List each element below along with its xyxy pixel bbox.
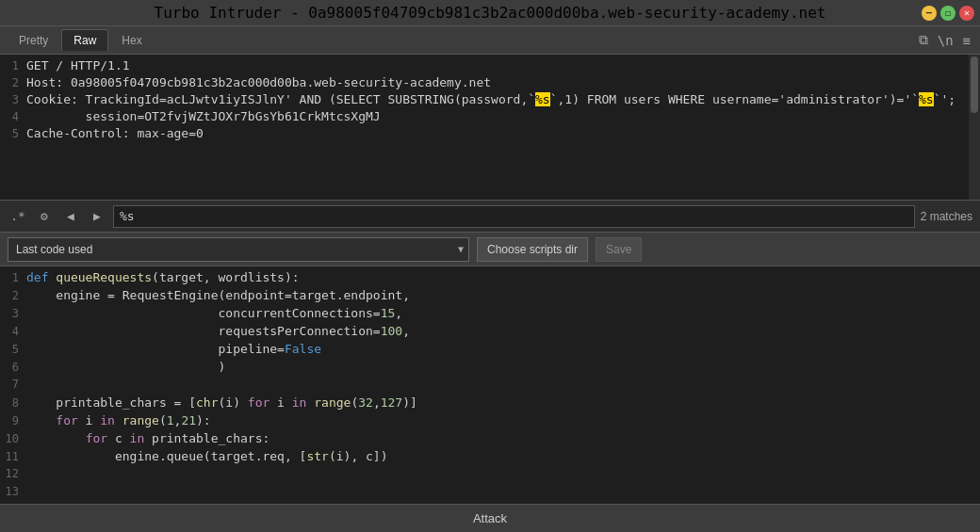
line-number: 5 [0, 127, 26, 140]
code-line: 2 engine = RequestEngine(endpoint=target… [0, 288, 980, 306]
line-content: Cookie: TrackingId=acLJwtv1iyISJlnY' AND… [26, 92, 956, 106]
code-content: 1def queueRequests(target, wordlists):2 … [0, 266, 980, 504]
line-number: 11 [0, 450, 26, 463]
code-line-content: ) [26, 360, 225, 374]
tab-icons: ⧉ \n ≡ [917, 30, 972, 50]
window-controls: – ◻ ✕ [922, 6, 974, 21]
code-line-content: pipeline=False [26, 342, 321, 356]
line-content: Cache-Control: max-age=0 [26, 126, 204, 140]
code-editor[interactable]: 1def queueRequests(target, wordlists):2 … [0, 266, 980, 504]
request-lines: 1GET / HTTP/1.12Host: 0a98005f04709cb981… [0, 55, 980, 147]
code-line: 8 printable_chars = [chr(i) for i in ran… [0, 395, 980, 413]
code-line: 13 [0, 485, 980, 503]
code-line: 11 engine.queue(target.req, [str(i), c]) [0, 449, 980, 467]
line-number: 1 [0, 59, 26, 73]
code-line-content: engine.queue(target.req, [str(i), c]) [26, 449, 388, 463]
minimize-button[interactable]: – [922, 6, 937, 21]
search-next-button[interactable]: ▶ [87, 206, 107, 227]
code-line: 9 for i in range(1,21): [0, 413, 980, 431]
code-line-content: engine = RequestEngine(endpoint=target.e… [26, 288, 410, 302]
code-line: 7 [0, 378, 980, 395]
line-number: 8 [0, 396, 26, 410]
copy-icon[interactable]: ⧉ [917, 30, 930, 50]
search-prev-button[interactable]: ◀ [60, 206, 81, 227]
line-number: 5 [0, 343, 26, 356]
tab-bar: Pretty Raw Hex ⧉ \n ≡ [0, 26, 980, 55]
script-select-wrapper: Last code used ▼ [8, 237, 469, 262]
request-line: 1GET / HTTP/1.1 [0, 58, 980, 75]
menu-icon[interactable]: ≡ [961, 31, 972, 50]
code-line-content: printable_chars = [chr(i) for i in range… [26, 395, 417, 410]
search-settings-icon[interactable]: ⚙ [34, 206, 55, 227]
line-number: 2 [0, 289, 26, 302]
request-panel: 1GET / HTTP/1.12Host: 0a98005f04709cb981… [0, 55, 980, 201]
matches-count: 2 matches [921, 210, 972, 223]
line-content: session=OT2fvjWZtJOXr7bGsYb61CrkMtcsXgMJ [26, 109, 381, 123]
code-line: 6 ) [0, 360, 980, 378]
tab-hex[interactable]: Hex [110, 30, 153, 51]
line-number: 10 [0, 432, 26, 445]
scrollbar-thumb [971, 56, 978, 113]
line-number: 6 [0, 361, 26, 374]
tab-pretty[interactable]: Pretty [8, 30, 59, 51]
line-number: 4 [0, 325, 26, 338]
request-line: 2Host: 0a98005f04709cb981c3b2ac000d00ba.… [0, 75, 980, 92]
line-number: 1 [0, 271, 26, 284]
choose-scripts-button[interactable]: Choose scripts dir [477, 237, 588, 262]
attack-bar[interactable]: Attack [0, 504, 980, 532]
line-number: 7 [0, 378, 26, 391]
line-number: 2 [0, 76, 26, 89]
code-line-content: for i in range(1,21): [26, 413, 211, 427]
search-bar: .* ⚙ ◀ ▶ 2 matches [0, 201, 980, 233]
code-line-content: for c in printable_chars: [26, 431, 270, 445]
script-toolbar: Last code used ▼ Choose scripts dir Save [0, 233, 980, 266]
code-line-content: def queueRequests(target, wordlists): [26, 270, 300, 284]
code-line-content: concurrentConnections=15, [26, 306, 402, 320]
code-line: 3 concurrentConnections=15, [0, 306, 980, 324]
request-scrollbar[interactable] [969, 55, 980, 200]
code-line: 12 [0, 467, 980, 485]
code-line: 5 pipeline=False [0, 342, 980, 360]
code-line-content: requestsPerConnection=100, [26, 324, 410, 338]
code-line: 1def queueRequests(target, wordlists): [0, 270, 980, 288]
line-number: 13 [0, 485, 26, 498]
close-button[interactable]: ✕ [959, 6, 974, 21]
line-number: 3 [0, 93, 26, 106]
tab-raw[interactable]: Raw [61, 29, 108, 51]
maximize-button[interactable]: ◻ [940, 6, 956, 21]
script-select[interactable]: Last code used [8, 237, 469, 262]
search-input[interactable] [113, 205, 915, 228]
line-content: Host: 0a98005f04709cb981c3b2ac000d00ba.w… [26, 75, 491, 89]
save-button[interactable]: Save [596, 237, 642, 262]
code-line: 4 requestsPerConnection=100, [0, 324, 980, 342]
line-number: 4 [0, 110, 26, 123]
line-content: GET / HTTP/1.1 [26, 58, 130, 73]
wrap-icon[interactable]: \n [936, 31, 956, 50]
titlebar: Turbo Intruder - 0a98005f04709cb981c3b2a… [0, 0, 980, 26]
request-line: 3Cookie: TrackingId=acLJwtv1iyISJlnY' AN… [0, 92, 980, 109]
attack-label: Attack [473, 511, 507, 525]
line-number: 3 [0, 307, 26, 320]
window-title: Turbo Intruder - 0a98005f04709cb981c3b2a… [155, 4, 826, 22]
search-regex-icon[interactable]: .* [8, 206, 28, 227]
line-number: 12 [0, 467, 26, 480]
code-line: 10 for c in printable_chars: [0, 431, 980, 449]
request-line: 5Cache-Control: max-age=0 [0, 126, 980, 143]
line-number: 9 [0, 414, 26, 427]
request-line: 4 session=OT2fvjWZtJOXr7bGsYb61CrkMtcsXg… [0, 109, 980, 126]
